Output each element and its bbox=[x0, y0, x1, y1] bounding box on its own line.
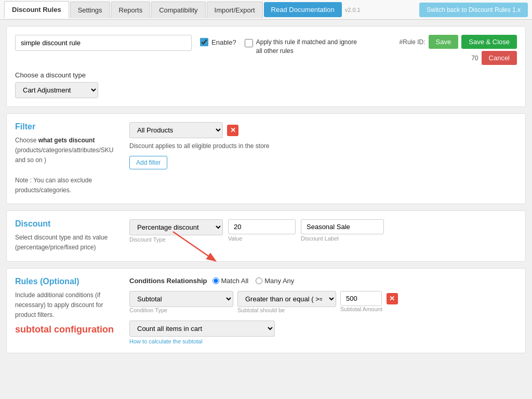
radio-group: Match All Many Any bbox=[212, 277, 295, 285]
discount-card: Discount Select discount type and its va… bbox=[6, 210, 526, 261]
tab-compatibility[interactable]: Compatibility bbox=[151, 2, 205, 18]
discount-label-input[interactable] bbox=[301, 219, 384, 234]
tab-reports[interactable]: Reports bbox=[111, 2, 151, 18]
discount-type-select[interactable]: Cart Adjustment Product Discount Buy X G… bbox=[15, 82, 98, 98]
filter-select[interactable]: All Products Specific Products Categorie… bbox=[129, 122, 223, 138]
save-close-button[interactable]: Save & Close bbox=[461, 35, 517, 49]
discount-right: Percentage discount Fixed discount Fixed… bbox=[129, 219, 517, 252]
discount-label-field-label: Discount Label bbox=[301, 235, 384, 242]
filter-desc-line3: Note : You can also exclude products/cat… bbox=[15, 177, 92, 194]
discount-type-select2[interactable]: Percentage discount Fixed discount Fixed… bbox=[129, 219, 223, 235]
many-any-option[interactable]: Many Any bbox=[256, 277, 294, 285]
match-all-radio[interactable] bbox=[212, 277, 219, 284]
discount-desc-line1: Select discount type and its value bbox=[15, 234, 108, 241]
tab-discount-rules[interactable]: Discount Rules bbox=[4, 1, 69, 18]
discount-type-section: Choose a discount type Cart Adjustment P… bbox=[15, 71, 517, 98]
filter-row: All Products Specific Products Categorie… bbox=[129, 122, 517, 138]
many-any-radio[interactable] bbox=[256, 277, 262, 284]
condition-op-select[interactable]: Greater than or equal ( >= ) Less than (… bbox=[237, 291, 336, 307]
rule-id-group: #Rule ID: Save Save & Close 70 Cancel bbox=[400, 35, 517, 65]
discount-fields-row: Percentage discount Fixed discount Fixed… bbox=[129, 219, 517, 243]
condition-op-col: Greater than or equal ( >= ) Less than (… bbox=[237, 291, 336, 313]
apply-rule-checkbox[interactable] bbox=[245, 39, 253, 47]
tab-import-export[interactable]: Import/Export bbox=[207, 2, 263, 18]
main-content: Enable? Apply this rule if matched and i… bbox=[0, 20, 532, 360]
discount-type-field-label: Discount Type bbox=[129, 236, 223, 243]
condition-remove-button[interactable]: ✕ bbox=[387, 293, 398, 304]
condition-type-select[interactable]: Subtotal Quantity Weight User Role bbox=[129, 291, 233, 307]
filter-layout: Filter Choose what gets discount (produc… bbox=[15, 122, 517, 195]
subtotal-calc-row: Count all items in cart Count only non-s… bbox=[129, 317, 517, 344]
filter-applies-desc: Discount applies to all eligible product… bbox=[129, 142, 517, 150]
rules-card: Rules (Optional) Include additional cond… bbox=[6, 268, 526, 353]
subtotal-amount-label: Subtotal Amount bbox=[340, 306, 382, 312]
rule-config-card: Enable? Apply this rule if matched and i… bbox=[6, 26, 526, 107]
top-nav: Discount Rules Settings Reports Compatib… bbox=[0, 0, 532, 20]
conditions-rel-label: Conditions Relationship bbox=[129, 277, 207, 285]
save-button[interactable]: Save bbox=[429, 35, 459, 49]
version-label: v2.0.1 bbox=[345, 7, 361, 13]
remove-filter-button[interactable]: ✕ bbox=[227, 125, 238, 136]
condition-type-col: Subtotal Quantity Weight User Role Condi… bbox=[129, 291, 233, 313]
discount-layout: Discount Select discount type and its va… bbox=[15, 219, 517, 252]
condition-value-input[interactable] bbox=[340, 291, 382, 306]
discount-desc-line2: (percentage/price/fixed price) bbox=[15, 244, 96, 251]
match-all-label: Match All bbox=[221, 277, 249, 285]
rule-name-input[interactable] bbox=[15, 35, 192, 51]
add-filter-button[interactable]: Add filter bbox=[129, 156, 167, 169]
condition-value-col: Subtotal Amount bbox=[340, 291, 382, 312]
discount-type-label: Choose a discount type bbox=[15, 71, 517, 79]
filter-card: Filter Choose what gets discount (produc… bbox=[6, 113, 526, 204]
enable-checkbox[interactable] bbox=[200, 38, 208, 46]
filter-desc: Choose what gets discount (products/cate… bbox=[15, 136, 119, 195]
discount-value-input[interactable] bbox=[228, 219, 296, 234]
condition-type-label: Condition Type bbox=[129, 307, 233, 313]
switch-back-button[interactable]: Switch back to Discount Rules 1.x bbox=[419, 3, 528, 17]
rules-right: Conditions Relationship Match All Many A… bbox=[129, 277, 517, 344]
discount-section-title: Discount bbox=[15, 219, 119, 229]
subtotal-config-annotation: subtotal configuration bbox=[15, 324, 119, 335]
discount-desc: Select discount type and its value (perc… bbox=[15, 233, 119, 252]
enable-label: Enable? bbox=[211, 38, 236, 46]
filter-desc-line2: (products/categories/attributes/SKU and … bbox=[15, 147, 113, 164]
rule-id-label: #Rule ID: bbox=[400, 38, 425, 46]
rules-left: Rules (Optional) Include additional cond… bbox=[15, 277, 119, 344]
many-any-label: Many Any bbox=[264, 277, 294, 285]
filter-section-title: Filter bbox=[15, 122, 119, 131]
enable-group: Enable? bbox=[200, 35, 236, 46]
tab-settings[interactable]: Settings bbox=[70, 2, 110, 18]
filter-right: All Products Specific Products Categorie… bbox=[129, 122, 517, 195]
apply-rule-text: Apply this rule if matched and ignore al… bbox=[256, 38, 359, 56]
rule-name-row: Enable? Apply this rule if matched and i… bbox=[15, 35, 517, 65]
subtotal-should-be-label: Subtotal should be bbox=[237, 307, 336, 313]
read-documentation-button[interactable]: Read Documentation bbox=[264, 2, 342, 17]
conditions-relationship-row: Conditions Relationship Match All Many A… bbox=[129, 277, 517, 285]
match-all-option[interactable]: Match All bbox=[212, 277, 249, 285]
subtotal-calc-select[interactable]: Count all items in cart Count only non-s… bbox=[129, 321, 275, 337]
subtotal-calc-label: How to calculate the subtotal bbox=[129, 338, 517, 344]
apply-rule-group: Apply this rule if matched and ignore al… bbox=[245, 35, 359, 56]
rule-id-value: 70 bbox=[471, 55, 478, 62]
rules-section-title: Rules (Optional) bbox=[15, 277, 119, 286]
condition-row: Subtotal Quantity Weight User Role Condi… bbox=[129, 291, 517, 313]
discount-value-col: Value bbox=[228, 219, 296, 242]
rules-desc: Include additional conditions (if necess… bbox=[15, 290, 119, 321]
discount-left: Discount Select discount type and its va… bbox=[15, 219, 119, 252]
rules-layout: Rules (Optional) Include additional cond… bbox=[15, 277, 517, 344]
filter-left: Filter Choose what gets discount (produc… bbox=[15, 122, 119, 195]
discount-label-col: Discount Label bbox=[301, 219, 384, 242]
discount-value-field-label: Value bbox=[228, 235, 296, 242]
cancel-button[interactable]: Cancel bbox=[482, 51, 517, 65]
discount-type-col: Percentage discount Fixed discount Fixed… bbox=[129, 219, 223, 243]
